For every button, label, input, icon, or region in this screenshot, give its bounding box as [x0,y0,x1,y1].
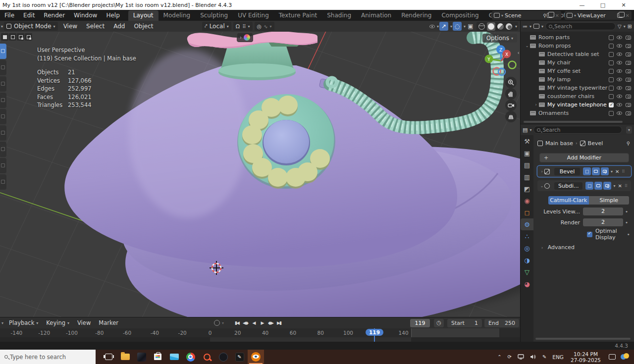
collection-name[interactable]: My lamp [547,76,609,83]
material-preview-icon[interactable] [497,23,504,30]
viewport-3d[interactable]: ▾ Object Mode ▾ ViewSelectAddObject ⤤ Lo… [0,21,520,317]
levels-value-slider[interactable]: 2 [583,208,623,215]
edit-mode-toggle[interactable] [585,182,593,190]
exclude-checkbox[interactable] [609,60,614,65]
render-camera-icon[interactable] [626,52,631,56]
outliner-search-input[interactable]: Search [545,22,616,30]
tool-button-0[interactable] [0,44,6,59]
workspace-tab-modeling[interactable]: Modeling [158,10,196,21]
new-view-layer-icon[interactable] [617,13,623,18]
render-camera-icon[interactable] [626,103,631,107]
exclude-checkbox[interactable] [609,69,614,74]
maximize-button[interactable]: □ [592,0,613,10]
network-icon[interactable] [518,354,524,360]
outliner-row-coustomer-chairs[interactable]: coustomer chairs [521,92,634,101]
advanced-section-toggle[interactable]: › Advanced [541,244,634,251]
taskbar-app-task-view[interactable] [101,350,117,364]
collection-name[interactable]: MY vintage typewriter [547,85,609,91]
viewport-options-button[interactable]: Options ▾ [482,34,517,43]
tool-button-8[interactable] [0,174,6,190]
collection-name[interactable]: My chair [547,59,609,66]
viewport-menu-add[interactable]: Add [109,23,129,30]
collection-name[interactable]: Room parts [538,34,609,41]
timeline-menu-marker[interactable]: Marker [95,319,122,326]
show-overlays-toggle[interactable]: ◌ [453,22,462,31]
breadcrumb-modifier[interactable]: Bevel [588,140,603,147]
properties-tab-particles[interactable]: ∴ [521,230,533,242]
render-camera-icon[interactable] [626,95,631,99]
new-collection-icon[interactable]: ⊞ [628,23,632,30]
drag-handle-icon[interactable]: ⠿ [625,184,628,188]
pen-icon[interactable]: ✎ [542,354,546,360]
update-icon[interactable]: ⟳ [508,354,512,360]
exclude-checkbox[interactable] [609,35,614,40]
pin-icon[interactable]: ⚲ [627,141,630,146]
workspace-tab-rendering[interactable]: Rendering [396,10,436,21]
chevron-down-icon[interactable]: ▾ [611,169,613,174]
menu-window[interactable]: Window [69,11,102,20]
taskbar-app-store[interactable] [150,350,166,364]
exclude-checkbox[interactable] [609,86,614,91]
current-frame-field[interactable]: 119 [410,319,430,327]
solid-shading-icon[interactable] [487,22,495,31]
clock[interactable]: 10:24 PM 27-09-2025 [571,351,601,363]
properties-tab-world[interactable]: ◉ [521,195,533,207]
play-button[interactable]: ▶ [258,319,266,327]
playhead-frame-badge[interactable]: 119 [366,329,383,336]
optimal-display-checkbox[interactable] [587,232,592,237]
realtime-display-toggle[interactable] [594,182,602,190]
camera-view-button[interactable] [505,100,517,111]
tool-button-6[interactable] [0,142,6,157]
use-preview-range-button[interactable]: ◷ [434,319,444,327]
properties-tab-tool[interactable]: ⚒ [521,135,533,147]
properties-tab-data[interactable]: ▽ [521,266,533,278]
render-camera-icon[interactable] [626,61,631,65]
edit-mode-toggle[interactable] [583,167,591,175]
xray-toggle[interactable]: ▣ [466,22,475,31]
view-layer-selector[interactable]: ▾ ViewLayer ✕ [565,11,632,20]
taskbar-search-input[interactable]: Type here to search [0,350,96,364]
add-modifier-button[interactable]: + Add Modifier [539,153,629,162]
properties-tab-render[interactable]: ▣ [521,147,533,159]
taskbar-app-pen-app[interactable]: ✎ [231,350,248,364]
render-value-slider[interactable]: 2 [583,218,623,226]
properties-tab-object[interactable]: ◻ [521,207,533,218]
exclude-checkbox[interactable] [609,111,614,116]
breadcrumb-object[interactable]: Main base [545,140,573,147]
expand-icon[interactable]: › [539,169,544,174]
viewport-menu-object[interactable]: Object [129,23,158,30]
taskbar-app-blender[interactable] [248,350,264,364]
catmull-clark-button[interactable]: Catmull-Clark [548,196,589,205]
collection-name[interactable]: MY coffe set [547,68,609,74]
properties-tab-constraints[interactable]: ◑ [521,254,533,266]
next-keyframe-button[interactable]: ◆▶ [266,319,274,327]
workspace-tab-uv-editing[interactable]: UV Editing [233,10,274,21]
show-gizmo-toggle[interactable]: ↗ [439,22,448,31]
render-display-toggle[interactable] [603,182,611,190]
end-frame-field[interactable]: End 250 [484,319,519,327]
collection-name[interactable]: coustomer chairs [547,93,609,100]
outliner-scrollbar[interactable] [524,121,623,123]
new-scene-icon[interactable] [547,13,553,18]
navigation-gizmo[interactable]: Z X Y [483,44,519,79]
hide-eye-icon[interactable] [617,52,622,56]
taskbar-app-chrome[interactable] [182,350,199,364]
timeline-ruler[interactable]: -140-120-100-80-60-40-20020406080100140 [0,328,520,337]
display-mode-icon[interactable]: ≔ [523,24,528,29]
collapse-icon[interactable]: ⌄ [539,184,544,188]
tray-expand-icon[interactable]: ⌃ [497,354,501,360]
properties-tab-material[interactable]: ◕ [521,278,533,290]
properties-tab-view-layer[interactable]: ▥ [521,171,533,183]
hide-eye-icon[interactable] [617,86,622,90]
editor-type-chevron[interactable]: ▾ [0,321,5,325]
menu-render[interactable]: Render [39,11,69,20]
jump-end-button[interactable]: ▶▮ [275,319,283,327]
properties-tab-output[interactable]: ▤ [521,159,533,171]
tool-button-4[interactable] [0,109,6,124]
timeline-menu-playback[interactable]: Playback▾ [5,319,42,326]
select-mode-button-3[interactable] [25,33,32,41]
modifier-name-field[interactable]: Bevel [554,168,580,175]
editor-type-icon[interactable]: ▤ [523,127,528,133]
hide-eye-icon[interactable] [617,36,622,39]
scene-selector[interactable]: ▾ Scene ⚲ ✕ [492,11,561,20]
